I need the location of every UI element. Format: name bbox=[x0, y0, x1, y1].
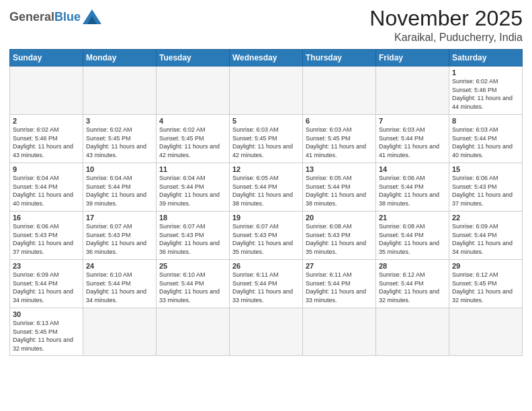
day-info: Sunrise: 6:02 AM Sunset: 5:46 PM Dayligh… bbox=[13, 126, 80, 159]
day-info: Sunrise: 6:04 AM Sunset: 5:44 PM Dayligh… bbox=[13, 174, 80, 208]
day-info: Sunrise: 6:12 AM Sunset: 5:44 PM Dayligh… bbox=[379, 271, 446, 304]
day-number: 22 bbox=[452, 214, 519, 222]
day-number: 29 bbox=[452, 262, 519, 270]
table-row: 5Sunrise: 6:03 AM Sunset: 5:45 PM Daylig… bbox=[230, 115, 303, 163]
day-info: Sunrise: 6:07 AM Sunset: 5:43 PM Dayligh… bbox=[232, 222, 300, 256]
day-info: Sunrise: 6:11 AM Sunset: 5:44 PM Dayligh… bbox=[232, 271, 300, 304]
table-row: 11Sunrise: 6:04 AM Sunset: 5:44 PM Dayli… bbox=[157, 163, 230, 212]
day-number: 2 bbox=[13, 117, 80, 125]
table-row: 28Sunrise: 6:12 AM Sunset: 5:44 PM Dayli… bbox=[376, 260, 449, 308]
table-row: 29Sunrise: 6:12 AM Sunset: 5:45 PM Dayli… bbox=[449, 260, 523, 308]
day-number: 15 bbox=[452, 165, 519, 173]
table-row: 23Sunrise: 6:09 AM Sunset: 5:44 PM Dayli… bbox=[10, 260, 83, 308]
day-info: Sunrise: 6:06 AM Sunset: 5:43 PM Dayligh… bbox=[13, 222, 80, 256]
logo-area: General Blue bbox=[9, 7, 101, 24]
table-row: 4Sunrise: 6:02 AM Sunset: 5:45 PM Daylig… bbox=[157, 115, 230, 163]
table-row bbox=[83, 308, 157, 355]
logo-icon bbox=[83, 9, 101, 24]
day-info: Sunrise: 6:07 AM Sunset: 5:43 PM Dayligh… bbox=[159, 222, 226, 256]
table-row bbox=[449, 308, 523, 355]
day-number: 25 bbox=[159, 262, 226, 270]
day-info: Sunrise: 6:02 AM Sunset: 5:46 PM Dayligh… bbox=[452, 77, 519, 111]
table-row: 1Sunrise: 6:02 AM Sunset: 5:46 PM Daylig… bbox=[449, 66, 523, 115]
page: General Blue November 2025 Karaikal, Pud… bbox=[0, 0, 532, 411]
day-number: 4 bbox=[159, 117, 226, 125]
table-row: 10Sunrise: 6:04 AM Sunset: 5:44 PM Dayli… bbox=[83, 163, 157, 212]
logo-general-text: General bbox=[9, 10, 54, 24]
day-number: 11 bbox=[159, 165, 226, 173]
table-row: 27Sunrise: 6:11 AM Sunset: 5:44 PM Dayli… bbox=[303, 260, 376, 308]
table-row bbox=[157, 308, 230, 355]
logo-blue-text: Blue bbox=[54, 10, 81, 24]
day-info: Sunrise: 6:09 AM Sunset: 5:44 PM Dayligh… bbox=[452, 222, 519, 256]
day-info: Sunrise: 6:03 AM Sunset: 5:45 PM Dayligh… bbox=[232, 126, 300, 159]
header-saturday: Saturday bbox=[449, 50, 523, 66]
table-row: 13Sunrise: 6:05 AM Sunset: 5:44 PM Dayli… bbox=[303, 163, 376, 212]
day-info: Sunrise: 6:02 AM Sunset: 5:45 PM Dayligh… bbox=[86, 126, 153, 159]
header-sunday: Sunday bbox=[10, 50, 83, 66]
table-row bbox=[10, 66, 83, 115]
day-number: 10 bbox=[86, 165, 153, 173]
day-number: 20 bbox=[306, 214, 373, 222]
subtitle: Karaikal, Puducherry, India bbox=[369, 32, 523, 44]
header-monday: Monday bbox=[83, 50, 157, 66]
day-number: 13 bbox=[306, 165, 373, 173]
day-number: 21 bbox=[379, 214, 446, 222]
day-info: Sunrise: 6:04 AM Sunset: 5:44 PM Dayligh… bbox=[159, 174, 226, 208]
table-row: 18Sunrise: 6:07 AM Sunset: 5:43 PM Dayli… bbox=[157, 212, 230, 260]
day-number: 12 bbox=[232, 165, 300, 173]
table-row: 26Sunrise: 6:11 AM Sunset: 5:44 PM Dayli… bbox=[230, 260, 303, 308]
table-row: 8Sunrise: 6:03 AM Sunset: 5:44 PM Daylig… bbox=[449, 115, 523, 163]
table-row: 12Sunrise: 6:05 AM Sunset: 5:44 PM Dayli… bbox=[230, 163, 303, 212]
table-row bbox=[230, 308, 303, 355]
day-info: Sunrise: 6:10 AM Sunset: 5:44 PM Dayligh… bbox=[159, 271, 226, 304]
day-info: Sunrise: 6:10 AM Sunset: 5:44 PM Dayligh… bbox=[86, 271, 153, 304]
day-info: Sunrise: 6:02 AM Sunset: 5:45 PM Dayligh… bbox=[159, 126, 226, 159]
table-row: 19Sunrise: 6:07 AM Sunset: 5:43 PM Dayli… bbox=[230, 212, 303, 260]
day-info: Sunrise: 6:03 AM Sunset: 5:44 PM Dayligh… bbox=[452, 126, 519, 159]
day-info: Sunrise: 6:07 AM Sunset: 5:43 PM Dayligh… bbox=[86, 222, 153, 256]
header-tuesday: Tuesday bbox=[157, 50, 230, 66]
header-thursday: Thursday bbox=[303, 50, 376, 66]
header-friday: Friday bbox=[376, 50, 449, 66]
day-info: Sunrise: 6:06 AM Sunset: 5:44 PM Dayligh… bbox=[379, 174, 446, 208]
calendar-table: Sunday Monday Tuesday Wednesday Thursday… bbox=[9, 49, 523, 355]
header-wednesday: Wednesday bbox=[230, 50, 303, 66]
day-info: Sunrise: 6:12 AM Sunset: 5:45 PM Dayligh… bbox=[452, 271, 519, 304]
day-number: 14 bbox=[379, 165, 446, 173]
table-row bbox=[303, 66, 376, 115]
title-area: November 2025 Karaikal, Puducherry, Indi… bbox=[369, 7, 523, 44]
table-row: 3Sunrise: 6:02 AM Sunset: 5:45 PM Daylig… bbox=[83, 115, 157, 163]
day-info: Sunrise: 6:08 AM Sunset: 5:43 PM Dayligh… bbox=[306, 222, 373, 256]
day-number: 8 bbox=[452, 117, 519, 125]
table-row bbox=[83, 66, 157, 115]
table-row bbox=[376, 66, 449, 115]
day-number: 9 bbox=[13, 165, 80, 173]
day-number: 19 bbox=[232, 214, 300, 222]
table-row: 6Sunrise: 6:03 AM Sunset: 5:45 PM Daylig… bbox=[303, 115, 376, 163]
day-number: 28 bbox=[379, 262, 446, 270]
day-number: 23 bbox=[13, 262, 80, 270]
day-number: 26 bbox=[232, 262, 300, 270]
table-row: 7Sunrise: 6:03 AM Sunset: 5:44 PM Daylig… bbox=[376, 115, 449, 163]
table-row: 16Sunrise: 6:06 AM Sunset: 5:43 PM Dayli… bbox=[10, 212, 83, 260]
day-info: Sunrise: 6:06 AM Sunset: 5:43 PM Dayligh… bbox=[452, 174, 519, 208]
table-row: 25Sunrise: 6:10 AM Sunset: 5:44 PM Dayli… bbox=[157, 260, 230, 308]
table-row bbox=[376, 308, 449, 355]
day-number: 1 bbox=[452, 68, 519, 77]
table-row: 14Sunrise: 6:06 AM Sunset: 5:44 PM Dayli… bbox=[376, 163, 449, 212]
logo: General Blue bbox=[9, 9, 101, 24]
day-number: 7 bbox=[379, 117, 446, 125]
day-info: Sunrise: 6:11 AM Sunset: 5:44 PM Dayligh… bbox=[306, 271, 373, 304]
day-number: 24 bbox=[86, 262, 153, 270]
day-info: Sunrise: 6:03 AM Sunset: 5:44 PM Dayligh… bbox=[379, 126, 446, 159]
day-number: 16 bbox=[13, 214, 80, 222]
table-row: 15Sunrise: 6:06 AM Sunset: 5:43 PM Dayli… bbox=[449, 163, 523, 212]
day-number: 6 bbox=[306, 117, 373, 125]
main-title: November 2025 bbox=[369, 7, 523, 30]
day-info: Sunrise: 6:05 AM Sunset: 5:44 PM Dayligh… bbox=[306, 174, 373, 208]
day-number: 30 bbox=[13, 310, 80, 318]
day-info: Sunrise: 6:13 AM Sunset: 5:45 PM Dayligh… bbox=[13, 319, 80, 353]
day-number: 5 bbox=[232, 117, 300, 125]
table-row: 30Sunrise: 6:13 AM Sunset: 5:45 PM Dayli… bbox=[10, 308, 83, 355]
